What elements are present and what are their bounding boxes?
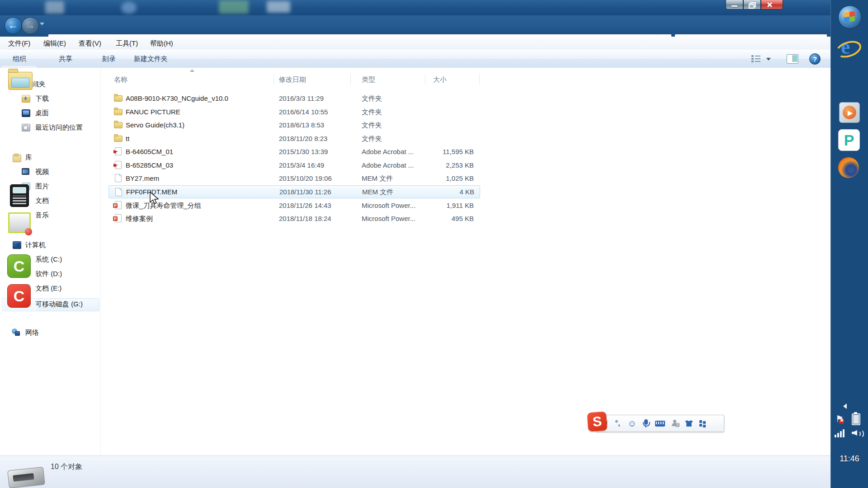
sidebar-item-downloads[interactable]: 下载 (35, 93, 49, 104)
file-name: 维修案例 (126, 212, 153, 225)
minimize-icon (731, 5, 737, 7)
file-row[interactable]: BY27.mem 2015/10/20 19:06 MEM 文件 1,025 K… (108, 172, 479, 185)
forward-button[interactable]: → (22, 17, 39, 34)
burn-button[interactable]: 刻录 (99, 50, 119, 68)
taskbar-item-media-player[interactable]: ▶ (839, 102, 860, 123)
change-view-button[interactable] (751, 55, 760, 62)
help-button[interactable]: ? (809, 53, 821, 65)
file-row[interactable]: A08B-9010-K730_NCguide_v10.0 2016/3/3 11… (108, 92, 479, 105)
battery-icon[interactable] (852, 413, 860, 425)
file-size: 2,253 KB (398, 159, 474, 172)
new-folder-button[interactable]: 新建文件夹 (130, 50, 171, 68)
file-row[interactable]: B-65285CM_03 2015/3/4 16:49 Adobe Acroba… (108, 159, 479, 172)
powerpoint-icon (115, 214, 122, 222)
share-button[interactable]: 共享 (55, 50, 82, 68)
taskbar-item-potplayer[interactable]: P (838, 129, 860, 151)
ime-keyboard-icon[interactable] (655, 421, 665, 427)
file-size: 495 KB (398, 212, 474, 225)
sidebar-item-drive-d[interactable]: 软件 (D:) (35, 268, 62, 279)
recent-pages-dropdown[interactable] (40, 23, 44, 25)
action-center-icon[interactable]: ⚑ (835, 413, 844, 424)
file-row[interactable]: Servo Guide(ch3.1) 2018/6/13 8:53 文件夹 (108, 118, 479, 131)
start-button[interactable] (838, 5, 862, 29)
file-date: 2015/1/30 13:39 (279, 145, 328, 158)
taskbar-item-firefox[interactable] (838, 157, 859, 178)
desktop: ← → 计算机 可移动磁盘 (G:) ↻ 搜索 可移动磁盘 (G:) 文件(F)… (0, 0, 868, 488)
powerpoint-icon (115, 201, 122, 209)
sidebar-item-desktop[interactable]: 桌面 (35, 108, 49, 118)
explorer-folder-icon (8, 72, 33, 90)
organize-button[interactable]: 组织 (9, 50, 36, 68)
menu-tools[interactable]: 工具(T) (112, 37, 142, 50)
sidebar-group-network[interactable]: 网络 (25, 327, 39, 338)
sidebar-item-documents[interactable]: 文档 (35, 195, 49, 206)
sidebar-group-computer[interactable]: 计算机 (25, 239, 46, 250)
window-titlebar[interactable] (0, 0, 830, 15)
taskbar-clock[interactable]: 11:46 (832, 454, 867, 464)
ime-emoji-button[interactable]: ☺ (625, 415, 639, 432)
sidebar-item-music[interactable]: ♪ 音乐 (35, 210, 49, 221)
close-button[interactable] (761, 0, 783, 9)
sidebar-item-drive-c[interactable]: 系统 (C:) (35, 254, 62, 265)
file-row[interactable]: FANUC PICTURE 2016/6/14 10:55 文件夹 (108, 105, 479, 118)
change-view-dropdown-icon[interactable] (766, 58, 771, 61)
file-icon (115, 188, 122, 196)
menu-edit[interactable]: 编辑(E) (40, 37, 70, 50)
preview-pane-button[interactable] (787, 54, 798, 64)
network-signal-icon[interactable] (835, 428, 846, 437)
file-name: B-65285CM_03 (126, 159, 173, 172)
file-row-selected[interactable]: FPF0FPDT.MEM 2018/11/30 11:26 MEM 文件 4 K… (108, 185, 480, 198)
show-hidden-icons-button[interactable] (843, 404, 847, 409)
menu-file[interactable]: 文件(F) (5, 37, 34, 50)
file-row[interactable]: B-64605CM_01 2015/1/30 13:39 Adobe Acrob… (108, 145, 479, 158)
sidebar-item-videos[interactable]: 视频 (35, 166, 49, 177)
ime-skin-icon[interactable] (685, 420, 693, 427)
pdf-icon (115, 161, 122, 169)
taskbar-item-windows-explorer[interactable] (1, 66, 37, 97)
menu-help[interactable]: 帮助(H) (146, 37, 177, 50)
file-row[interactable]: tt 2018/11/20 8:23 文件夹 (108, 132, 479, 145)
video-library-icon (22, 168, 29, 175)
sidebar-item-pictures[interactable]: 图片 (35, 181, 49, 192)
file-date: 2015/10/20 19:06 (279, 172, 332, 185)
sidebar-item-recent-places[interactable]: 最近访问的位置 (35, 122, 83, 133)
sidebar-item-removable-disk-g[interactable]: 可移动磁盘 (G:) (35, 299, 83, 310)
file-date: 2016/3/3 11:29 (279, 92, 324, 105)
sidebar-group-libraries[interactable]: 库 (25, 152, 32, 163)
file-row[interactable]: 微课_刀具寿命管理_分组 2018/11/26 14:43 Microsoft … (108, 199, 479, 212)
back-button[interactable]: ← (5, 17, 22, 34)
file-date: 2015/3/4 16:49 (279, 159, 324, 172)
command-toolbar: 组织 共享 刻录 新建文件夹 ? (0, 50, 830, 68)
sogou-logo-icon[interactable]: S (587, 412, 608, 432)
column-resize-handle[interactable] (479, 74, 480, 85)
taskbar-item-screen-recorder[interactable] (1, 209, 37, 236)
camtasia-green-icon: C (7, 254, 31, 278)
column-header-size[interactable]: 大小 (433, 73, 447, 86)
column-header-type[interactable]: 类型 (362, 73, 375, 86)
ime-voice-icon[interactable] (644, 419, 648, 425)
ime-toolbox-icon[interactable] (699, 420, 707, 427)
column-resize-handle[interactable] (274, 74, 274, 85)
taskbar-item-camtasia-studio[interactable]: C (1, 281, 37, 311)
file-name: B-64605CM_01 (126, 145, 173, 158)
restore-button[interactable] (743, 0, 761, 9)
ime-account-icon[interactable] (671, 420, 679, 427)
column-header-name[interactable]: 名称 (114, 73, 127, 86)
file-type: 文件夹 (362, 132, 429, 145)
sidebar-item-drive-e[interactable]: 文档 (E:) (35, 283, 61, 294)
taskbar-item-calculator[interactable] (1, 182, 37, 209)
ime-punctuation-button[interactable]: °, (611, 415, 624, 432)
column-header-date[interactable]: 修改日期 (279, 73, 306, 86)
file-date: 2018/6/13 8:53 (279, 118, 324, 131)
taskbar-item-camtasia-recorder[interactable]: C (1, 251, 37, 281)
taskbar-item-internet-explorer[interactable]: e (837, 37, 862, 60)
menu-view[interactable]: 查看(V) (75, 37, 105, 50)
volume-icon[interactable] (852, 428, 863, 437)
file-row[interactable]: 维修案例 2018/11/18 18:24 Microsoft Power...… (108, 212, 479, 225)
minimize-button[interactable] (726, 0, 743, 9)
column-resize-handle[interactable] (425, 74, 425, 85)
column-resize-handle[interactable] (350, 74, 351, 85)
file-size: 4 KB (398, 186, 474, 198)
sort-ascending-icon (190, 69, 194, 72)
camtasia-red-icon: C (7, 284, 31, 308)
